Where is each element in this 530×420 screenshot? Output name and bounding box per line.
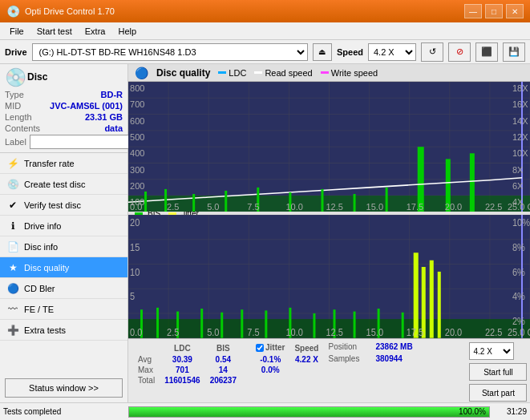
svg-rect-84 [200, 309, 203, 338]
close-button[interactable]: ✕ [506, 4, 524, 18]
sidebar: 💿 Disc Type BD-R MID JVC-AMS6L (001) Len… [0, 64, 128, 402]
svg-text:12.5: 12.5 [326, 327, 343, 338]
legend-read-speed-dot [254, 71, 262, 74]
sidebar-item-drive-info[interactable]: ℹ Drive info [0, 216, 127, 236]
erase-button[interactable]: ⊘ [448, 42, 471, 62]
save-button[interactable]: 💾 [503, 42, 525, 62]
sidebar-item-disc-quality[interactable]: ★ Disc quality [0, 257, 127, 278]
col-jitter-header: Jitter [251, 342, 289, 354]
svg-rect-86 [241, 310, 243, 338]
jitter-checkbox[interactable] [256, 344, 264, 352]
svg-text:15.0: 15.0 [366, 327, 384, 338]
status-window-button[interactable]: Status window >> [5, 378, 123, 398]
svg-text:8X: 8X [512, 165, 524, 175]
disc-label-input[interactable] [30, 135, 133, 149]
legend-read-speed: Read speed [254, 68, 312, 78]
disc-type-val: BD-R [101, 90, 123, 99]
samples-label: Samples [328, 354, 372, 363]
main-content: 💿 Disc Type BD-R MID JVC-AMS6L (001) Len… [0, 64, 530, 402]
minimize-button[interactable]: — [464, 4, 482, 18]
svg-text:10.0: 10.0 [285, 327, 303, 338]
max-jitter: 0.0% [251, 365, 289, 375]
verify-test-disc-icon: ✔ [6, 199, 19, 212]
disc-length-val: 23.31 GB [85, 112, 123, 122]
legend-ldc-dot [218, 71, 226, 74]
cd-bler-icon: 🔵 [6, 282, 19, 295]
speed-label: Speed [337, 47, 363, 57]
max-ldc: 701 [160, 365, 205, 375]
format-button[interactable]: ⬛ [475, 42, 498, 62]
svg-rect-87 [265, 311, 267, 338]
sidebar-item-disc-info[interactable]: 📄 Disc info [0, 236, 127, 257]
total-bis: 206237 [205, 375, 241, 386]
menu-file[interactable]: File [3, 25, 30, 38]
svg-text:700: 700 [130, 99, 144, 109]
disc-type-row: Type BD-R [5, 90, 123, 99]
svg-rect-96 [430, 260, 434, 338]
disc-quality-label: Disc quality [24, 263, 69, 273]
svg-text:18X: 18X [512, 83, 528, 93]
sidebar-item-transfer-rate[interactable]: ⚡ Transfer rate [0, 153, 127, 174]
disc-type-key: Type [5, 90, 24, 99]
legend-write-speed: Write speed [321, 68, 378, 78]
col-ldc-header: LDC [160, 342, 205, 354]
col-jitter-spacer [241, 342, 251, 354]
disc-label-row: Label 🔍 [5, 135, 123, 149]
cd-bler-label: CD Bler [24, 284, 55, 293]
sidebar-item-verify-test-disc[interactable]: ✔ Verify test disc [0, 195, 127, 216]
jitter-label: Jitter [265, 343, 285, 352]
svg-text:5.0: 5.0 [207, 202, 219, 212]
eject-button[interactable]: ⏏ [313, 43, 332, 61]
svg-text:25.0 GB: 25.0 GB [508, 202, 530, 212]
maximize-button[interactable]: □ [485, 4, 503, 18]
menu-start-test[interactable]: Start test [30, 25, 79, 38]
svg-text:17.5: 17.5 [407, 327, 424, 338]
svg-text:10%: 10% [512, 217, 530, 229]
disc-mid-val: JVC-AMS6L (001) [50, 101, 123, 111]
svg-text:300: 300 [130, 165, 144, 175]
svg-text:15.0: 15.0 [366, 202, 383, 212]
drive-info-label: Drive info [24, 221, 61, 231]
start-part-button[interactable]: Start part [469, 384, 527, 402]
drive-info-icon: ℹ [6, 220, 19, 232]
drive-label: Drive [5, 47, 27, 57]
disc-panel: 💿 Disc Type BD-R MID JVC-AMS6L (001) Len… [0, 64, 127, 153]
disc-contents-key: Contents [5, 123, 40, 133]
sidebar-item-extra-tests[interactable]: ➕ Extra tests [0, 320, 127, 341]
chart-title: Disc quality [156, 67, 210, 79]
disc-label: Disc [27, 71, 47, 83]
svg-text:2.5: 2.5 [167, 327, 180, 338]
disc-header: 💿 Disc [5, 67, 123, 87]
total-label: Total [133, 375, 160, 386]
chart-header: 🔵 Disc quality LDC Read speed Write spee… [128, 64, 530, 82]
refresh-button[interactable]: ↺ [421, 42, 443, 62]
menubar: File Start test Extra Help [0, 22, 530, 40]
statusbar: Tests completed 100.0% 31:29 [0, 402, 530, 420]
svg-text:7.5: 7.5 [247, 202, 259, 212]
sidebar-item-cd-bler[interactable]: 🔵 CD Bler [0, 278, 127, 299]
disc-contents-val: data [104, 123, 123, 133]
test-speed-select[interactable]: 4.2 X [469, 342, 514, 360]
speed-select[interactable]: 4.2 X [368, 43, 416, 61]
drive-select[interactable]: (G:) HL-DT-ST BD-RE WH16NS48 1.D3 [32, 43, 308, 61]
ldc-chart-svg: 800 700 600 500 400 300 200 100 18X 16X … [128, 82, 530, 212]
legend-write-speed-label: Write speed [331, 68, 378, 78]
start-full-button[interactable]: Start full [469, 363, 527, 381]
svg-text:20.0: 20.0 [445, 327, 463, 338]
svg-text:20: 20 [130, 217, 140, 229]
disc-length-key: Length [5, 112, 32, 122]
samples-value: 380944 [375, 354, 402, 363]
sidebar-item-create-test-disc[interactable]: 💿 Create test disc [0, 174, 127, 195]
sidebar-item-fe-te[interactable]: 〰 FE / TE [0, 299, 127, 320]
disc-quality-icon: ★ [6, 261, 19, 274]
svg-text:25.0 GB: 25.0 GB [508, 327, 530, 338]
legend-ldc-label: LDC [229, 68, 246, 78]
svg-rect-28 [192, 194, 195, 212]
col-bis-header: BIS [205, 342, 241, 354]
svg-text:12X: 12X [512, 132, 528, 142]
menu-help[interactable]: Help [111, 25, 143, 38]
svg-rect-24 [470, 153, 475, 212]
avg-bis: 0.54 [205, 354, 241, 365]
app-title: Opti Drive Control 1.70 [25, 6, 464, 16]
menu-extra[interactable]: Extra [79, 25, 112, 38]
